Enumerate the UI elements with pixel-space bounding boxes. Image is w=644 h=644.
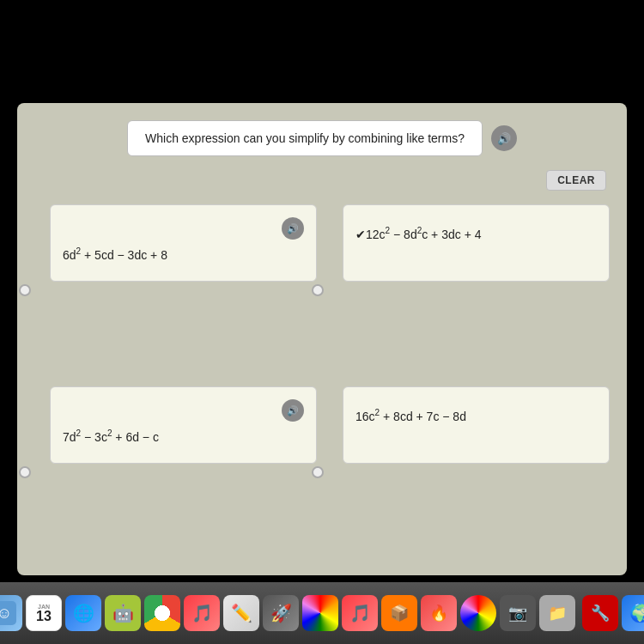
- dock-calendar[interactable]: Jan 13: [26, 595, 62, 631]
- answer-c-card[interactable]: 🔊 7d2 − 3c2 + 6d − c: [50, 386, 317, 464]
- answer-c-text: 7d2 − 3c2 + 6d − c: [63, 427, 304, 447]
- answer-d-text: 16c2 + 8cd + 7c − 8d: [355, 406, 597, 426]
- answer-c-wrapper: 🔊 7d2 − 3c2 + 6d − c: [34, 386, 317, 558]
- dock-calendar-date: 13: [36, 610, 52, 623]
- dock-app4[interactable]: 📷: [500, 595, 536, 631]
- dock-android[interactable]: 🤖: [105, 595, 141, 631]
- answer-a-card[interactable]: 🔊 6d2 + 5cd − 3dc + 8: [50, 204, 317, 282]
- dock-photos[interactable]: [302, 595, 338, 631]
- answer-d-radio[interactable]: [312, 466, 324, 478]
- clear-button[interactable]: CLEAR: [546, 170, 606, 191]
- main-screen: Which expression can you simplify by com…: [17, 103, 627, 575]
- answer-a-top: 🔊: [63, 217, 304, 240]
- dock-finder[interactable]: ☺: [0, 595, 22, 631]
- answer-a-wrapper: 🔊 6d2 + 5cd − 3dc + 8: [34, 204, 317, 376]
- answer-a-radio[interactable]: [19, 284, 31, 296]
- answer-c-radio[interactable]: [19, 466, 31, 478]
- answer-a-speaker-button[interactable]: 🔊: [282, 217, 304, 240]
- dock-globe[interactable]: 🌐: [65, 595, 101, 631]
- svg-text:☺: ☺: [0, 605, 12, 622]
- answer-c-speaker-button[interactable]: 🔊: [282, 399, 304, 422]
- clear-row: CLEAR: [34, 170, 610, 191]
- question-speaker-button[interactable]: 🔊: [491, 125, 517, 151]
- dock-app5[interactable]: 📁: [539, 595, 575, 631]
- dock-pencil[interactable]: ✏️: [223, 595, 259, 631]
- dock-music[interactable]: 🎵: [184, 595, 220, 631]
- answer-c-top: 🔊: [63, 399, 304, 422]
- answer-b-text: ✔12c2 − 8d2c + 3dc + 4: [355, 224, 597, 244]
- dock: ☺ Jan 13 🌐 🤖 🎵 ✏️ 🚀 🎵 📦 🔥 📷 📁 🔧 🌍: [0, 582, 644, 644]
- answer-b-radio[interactable]: [312, 284, 324, 296]
- dock-chrome[interactable]: [144, 595, 180, 631]
- dock-app7[interactable]: 🌍: [622, 595, 644, 631]
- answer-a-text: 6d2 + 5cd − 3dc + 8: [63, 245, 304, 264]
- answer-b-wrapper: ✔12c2 − 8d2c + 3dc + 4: [327, 204, 610, 376]
- answers-grid: 🔊 6d2 + 5cd − 3dc + 8 ✔12c2 − 8d2c + 3dc…: [34, 204, 610, 558]
- question-row: Which expression can you simplify by com…: [34, 120, 610, 156]
- question-text: Which expression can you simplify by com…: [145, 131, 465, 145]
- dock-app3[interactable]: [460, 595, 496, 631]
- answer-d-wrapper: 16c2 + 8cd + 7c − 8d: [327, 386, 610, 558]
- answer-d-card[interactable]: 16c2 + 8cd + 7c − 8d: [343, 386, 610, 464]
- dock-app1[interactable]: 📦: [381, 595, 417, 631]
- dock-app2[interactable]: 🔥: [421, 595, 457, 631]
- answer-b-card[interactable]: ✔12c2 − 8d2c + 3dc + 4: [343, 204, 610, 282]
- dock-music2[interactable]: 🎵: [342, 595, 378, 631]
- top-bar: [0, 0, 644, 103]
- dock-rocket[interactable]: 🚀: [263, 595, 299, 631]
- question-box: Which expression can you simplify by com…: [127, 120, 483, 156]
- dock-app6[interactable]: 🔧: [582, 595, 618, 631]
